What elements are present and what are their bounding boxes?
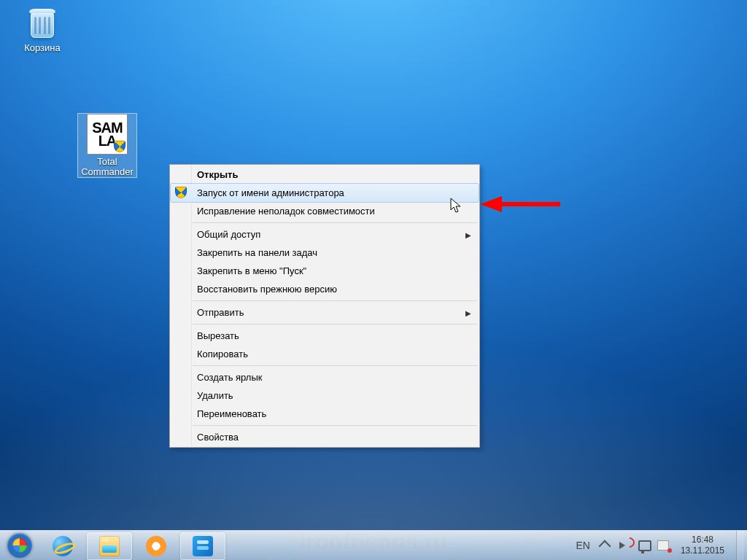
clock-date: 13.11.2015: [681, 545, 724, 556]
show-hidden-icons[interactable]: [600, 540, 612, 551]
context-menu-item-label: Вырезать: [197, 330, 239, 341]
context-menu-item-label: Создать ярлык: [197, 372, 262, 383]
context-menu-item-label: Исправление неполадок совместимости: [197, 206, 375, 217]
context-menu-item[interactable]: Отправить▶: [171, 303, 479, 322]
network-icon[interactable]: [638, 540, 650, 551]
context-menu-item-label: Закрепить в меню "Пуск": [197, 265, 306, 276]
recycle-bin-icon: [25, 6, 60, 41]
context-menu-list: ОткрытьЗапуск от имени администратораИсп…: [171, 166, 479, 446]
language-indicator[interactable]: EN: [573, 540, 592, 551]
context-menu-separator: [171, 300, 479, 301]
context-menu-item-label: Восстановить прежнюю версию: [197, 284, 337, 295]
context-menu-item[interactable]: Восстановить прежнюю версию: [171, 280, 479, 298]
clock[interactable]: 16:48 13.11.2015: [676, 534, 729, 556]
annotation-arrow: [480, 196, 560, 212]
icon-label: Total Commander: [78, 157, 136, 177]
taskbar-button-ie[interactable]: [40, 532, 85, 560]
context-menu-item[interactable]: Общий доступ▶: [171, 225, 479, 244]
show-desktop-button[interactable]: [736, 531, 744, 560]
uac-shield-icon: [175, 187, 187, 198]
system-tray: EN 16:48 13.11.2015: [573, 531, 747, 560]
context-menu-item-label: Отправить: [197, 307, 244, 318]
internet-explorer-icon: [53, 536, 73, 556]
context-menu-item[interactable]: Свойства: [171, 428, 479, 446]
total-commander-icon: SAM LA: [87, 114, 128, 155]
context-menu-item[interactable]: Копировать: [171, 345, 479, 363]
context-menu-item[interactable]: Вырезать: [171, 327, 479, 345]
context-menu-item-label: Закрепить на панели задач: [197, 247, 317, 258]
media-player-icon: [146, 536, 166, 556]
context-menu-item[interactable]: Переименовать: [171, 405, 479, 423]
context-menu-separator: [171, 222, 479, 223]
context-menu-item[interactable]: Исправление неполадок совместимости: [171, 202, 479, 220]
clock-time: 16:48: [681, 534, 724, 545]
context-menu-item-label: Копировать: [197, 349, 248, 359]
taskbar-button-explorer[interactable]: [87, 532, 132, 560]
context-menu-item[interactable]: Создать ярлык: [171, 368, 479, 386]
volume-icon[interactable]: [619, 540, 631, 551]
app-icon: [193, 536, 213, 556]
context-menu-item-label: Свойства: [197, 432, 239, 443]
context-menu-item[interactable]: Запуск от имени администратора: [171, 184, 479, 202]
context-menu-item[interactable]: Закрепить на панели задач: [171, 244, 479, 262]
uac-shield-icon: [114, 141, 125, 152]
taskbar-button-media-player[interactable]: [133, 532, 179, 560]
action-center-icon[interactable]: [657, 540, 669, 551]
context-menu-item-label: Удалить: [197, 390, 233, 401]
context-menu-item-label: Переименовать: [197, 408, 266, 419]
context-menu-item[interactable]: Удалить: [171, 386, 479, 405]
context-menu-item-label: Открыть: [197, 169, 238, 180]
context-menu-item-label: Общий доступ: [197, 229, 260, 240]
context-menu-separator: [171, 425, 479, 426]
context-menu-item[interactable]: Закрепить в меню "Пуск": [171, 262, 479, 280]
context-menu-separator: [171, 324, 479, 324]
explorer-icon: [99, 536, 120, 556]
icon-label: Корзина: [13, 43, 71, 53]
taskbar: EN 16:48 13.11.2015: [0, 530, 747, 560]
submenu-arrow-icon: ▶: [465, 230, 471, 238]
desktop-icon-recycle-bin[interactable]: Корзина: [13, 6, 71, 53]
windows-orb-icon: [7, 533, 32, 558]
submenu-arrow-icon: ▶: [465, 308, 471, 316]
context-menu-separator: [171, 365, 479, 366]
context-menu: ОткрытьЗапуск от имени администратораИсп…: [169, 164, 480, 448]
context-menu-item-label: Запуск от имени администратора: [197, 187, 344, 198]
taskbar-button-app[interactable]: [180, 532, 225, 560]
desktop-icon-total-commander[interactable]: SAM LA Total Commander: [78, 114, 136, 177]
context-menu-item[interactable]: Открыть: [171, 166, 479, 184]
desktop[interactable]: Корзина SAM LA Total Commander ОткрытьЗа…: [0, 0, 747, 560]
start-button[interactable]: [0, 531, 39, 560]
